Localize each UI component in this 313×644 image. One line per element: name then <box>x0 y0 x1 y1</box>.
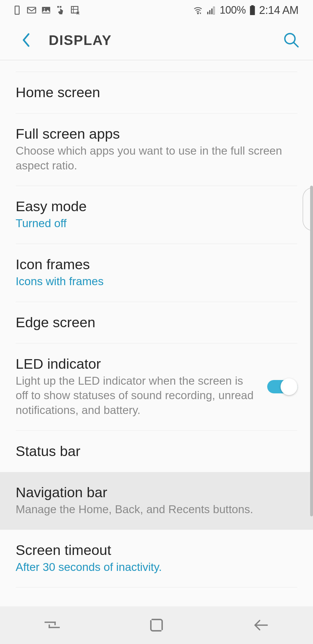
svg-rect-5 <box>60 6 61 8</box>
svg-rect-8 <box>207 12 208 15</box>
recents-icon <box>43 619 61 631</box>
app-icon <box>70 5 80 15</box>
status-bar: 100% 2:14 AM <box>0 0 313 20</box>
gallery-icon <box>41 5 51 15</box>
touch-icon <box>56 5 65 15</box>
row-subtitle: Choose which apps you want to use in the… <box>16 144 297 173</box>
battery-percent: 100% <box>220 4 246 16</box>
svg-rect-11 <box>213 7 214 14</box>
row-subtitle: After 30 seconds of inactivity. <box>16 560 297 575</box>
chevron-left-icon <box>22 33 30 47</box>
led-toggle[interactable] <box>267 378 297 395</box>
row-title: LED indicator <box>16 356 259 372</box>
svg-rect-9 <box>209 10 210 14</box>
row-title: Easy mode <box>16 198 297 214</box>
row-screen-timeout[interactable]: Screen timeout After 30 seconds of inact… <box>16 530 297 588</box>
svg-point-14 <box>285 34 295 44</box>
row-subtitle: Turned off <box>16 216 297 231</box>
nav-back-button[interactable] <box>243 616 278 634</box>
recents-button[interactable] <box>35 616 70 634</box>
row-easy-mode[interactable]: Easy mode Turned off <box>16 186 297 244</box>
svg-rect-13 <box>250 6 255 15</box>
scrollbar[interactable] <box>310 186 313 516</box>
row-subtitle: Icons with frames <box>16 274 297 289</box>
row-led-indicator[interactable]: LED indicator Light up the LED indicator… <box>16 343 297 431</box>
row-icon-frames[interactable]: Icon frames Icons with frames <box>16 244 297 302</box>
navigation-bar <box>0 606 313 644</box>
svg-rect-1 <box>28 7 36 13</box>
page-title: DISPLAY <box>49 32 112 48</box>
row-title: Edge screen <box>16 314 297 330</box>
row-title: Screen timeout <box>16 542 297 558</box>
svg-point-7 <box>198 13 199 14</box>
battery-icon <box>249 5 256 15</box>
home-button[interactable] <box>139 616 174 634</box>
wifi-icon <box>193 5 203 15</box>
svg-rect-0 <box>15 6 19 14</box>
row-subtitle: Light up the LED indicator when the scre… <box>16 374 259 418</box>
row-status-bar[interactable]: Status bar <box>16 431 297 472</box>
row-title: Navigation bar <box>16 484 297 500</box>
search-button[interactable] <box>281 30 301 50</box>
signal-icon <box>206 5 216 15</box>
app-bar: DISPLAY <box>0 20 313 60</box>
partial-row-top <box>16 60 297 72</box>
portrait-icon <box>12 5 22 15</box>
gmail-icon <box>27 5 37 15</box>
home-icon <box>149 618 164 633</box>
row-title: Home screen <box>16 84 297 100</box>
status-left-icons <box>12 5 80 15</box>
row-title: Status bar <box>16 443 297 459</box>
svg-rect-10 <box>211 8 212 14</box>
row-subtitle: Manage the Home, Back, and Recents butto… <box>16 502 297 517</box>
row-navigation-bar[interactable]: Navigation bar Manage the Home, Back, an… <box>0 472 313 530</box>
row-home-screen[interactable]: Home screen <box>16 72 297 113</box>
toggle-thumb <box>281 378 297 395</box>
back-button[interactable] <box>17 31 35 49</box>
row-title: Icon frames <box>16 256 297 272</box>
row-title: Full screen apps <box>16 126 297 142</box>
status-right: 100% 2:14 AM <box>193 4 299 17</box>
row-full-screen-apps[interactable]: Full screen apps Choose which apps you w… <box>16 113 297 186</box>
svg-point-3 <box>44 8 45 10</box>
search-icon <box>283 32 299 48</box>
back-arrow-icon <box>252 619 270 632</box>
svg-rect-4 <box>57 6 59 8</box>
row-edge-screen[interactable]: Edge screen <box>16 302 297 343</box>
settings-list: Home screen Full screen apps Choose whic… <box>0 60 313 596</box>
time-text: 2:14 AM <box>259 4 299 17</box>
